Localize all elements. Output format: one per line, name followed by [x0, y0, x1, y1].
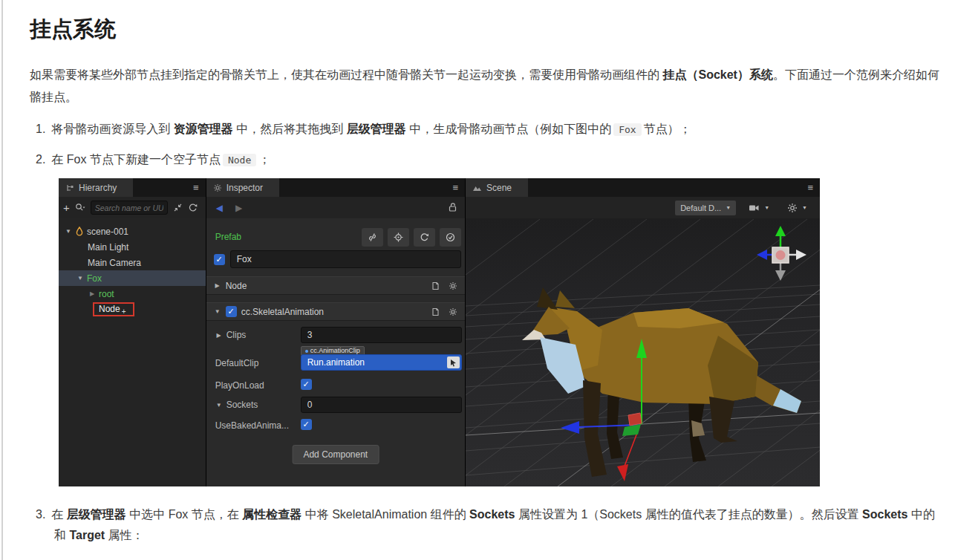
- playonload-checkbox[interactable]: ✓: [301, 379, 312, 390]
- item3-bold-inspector: 属性检查器: [242, 508, 302, 521]
- scene-node-icon: [75, 227, 84, 236]
- intro-paragraph: 如果需要将某些外部节点挂到指定的骨骼关节上，使其在动画过程中随骨骼关节一起运动变…: [30, 64, 939, 108]
- inline-code-fox: Fox: [613, 123, 641, 136]
- camera-menu-button[interactable]: ▼: [743, 201, 775, 215]
- refresh-icon[interactable]: [188, 203, 198, 212]
- chevron-down-icon: ▼: [764, 205, 769, 210]
- search-input[interactable]: [91, 201, 168, 215]
- scene-settings-button[interactable]: ▼: [782, 201, 812, 215]
- list-number: 2.: [36, 153, 45, 166]
- inspector-icon: [213, 183, 222, 192]
- chevron-down-icon: ▼: [802, 205, 807, 210]
- cursor-icon: [449, 359, 457, 367]
- tab-scene[interactable]: Scene: [466, 178, 528, 197]
- node-name-input[interactable]: [230, 250, 461, 268]
- docs-icon[interactable]: [431, 307, 440, 316]
- tab-hierarchy[interactable]: Hierarchy: [59, 178, 133, 197]
- drag-copy-plus-icon: +: [122, 307, 126, 316]
- item3-bold-target: Target: [69, 529, 105, 541]
- tree-node-node[interactable]: Node+: [59, 302, 206, 317]
- chevron-down-icon[interactable]: ▼: [214, 308, 221, 315]
- inspector-toolbar: ◀ ▶: [206, 197, 465, 218]
- intro-bold-socket: 挂点（Socket）系统: [662, 68, 772, 81]
- tree-node-label: Fox: [87, 273, 102, 284]
- section-node[interactable]: ▶ Node: [206, 276, 465, 295]
- item3-bold-sockets: Sockets: [469, 508, 515, 521]
- chevron-right-icon[interactable]: ▶: [215, 332, 223, 339]
- gear-icon[interactable]: [449, 281, 457, 290]
- prefab-apply-button[interactable]: [440, 228, 461, 247]
- asset-picker-button[interactable]: [447, 356, 460, 368]
- item3-text: 在: [51, 508, 66, 521]
- inline-code-node: Node: [223, 154, 256, 166]
- item1-bold-hierarchy: 层级管理器: [347, 123, 406, 135]
- tree-node-label: root: [99, 289, 114, 299]
- playonload-label: PlayOnLoad: [215, 380, 264, 391]
- item1-text-2: 中，然后将其拖拽到: [233, 123, 347, 135]
- section-node-label: Node: [226, 281, 247, 291]
- page-left-rule: [1, 0, 3, 560]
- hierarchy-menu-icon[interactable]: ≡: [193, 182, 199, 193]
- chevron-right-icon[interactable]: ▶: [214, 282, 221, 289]
- editor-screenshot: Hierarchy ≡ + ▼: [59, 178, 820, 486]
- scene-viewport[interactable]: [466, 218, 820, 486]
- list-number: 3.: [36, 508, 45, 521]
- inspector-body: Prefab: [206, 218, 465, 486]
- prefab-reset-button[interactable]: [414, 228, 435, 247]
- list-item-1: 1.将骨骼动画资源导入到 资源管理器 中，然后将其拖拽到 层级管理器 中，生成骨…: [36, 119, 691, 140]
- prefab-unlink-button[interactable]: [362, 228, 383, 247]
- chevron-right-icon[interactable]: ▶: [88, 290, 96, 297]
- tree-node-label: Node: [99, 304, 120, 314]
- item2-text: 在 Fox 节点下新建一个空子节点: [51, 153, 221, 166]
- tree-node-label: scene-001: [87, 227, 128, 237]
- list-number: 1.: [36, 123, 45, 135]
- tree-node-fox[interactable]: ▼ Fox: [59, 270, 206, 286]
- hierarchy-tree: ▼ scene-001 Main Light Main Camera ▼ Fox…: [59, 218, 206, 317]
- defaultclip-value-field[interactable]: Run.animation: [301, 354, 462, 371]
- prefab-locate-button[interactable]: [388, 228, 409, 247]
- tab-inspector[interactable]: Inspector: [206, 178, 279, 197]
- chevron-down-icon[interactable]: ▼: [76, 275, 84, 281]
- tree-node-main-camera[interactable]: Main Camera: [59, 255, 206, 270]
- docs-icon[interactable]: [431, 281, 440, 290]
- annotation-highlight-box: Node+: [93, 302, 134, 316]
- tree-node-root[interactable]: ▶ root: [59, 286, 206, 302]
- item1-text-4: 节点）；: [644, 123, 691, 135]
- chevron-down-icon[interactable]: ▼: [215, 402, 223, 408]
- history-forward-icon[interactable]: ▶: [235, 203, 242, 213]
- scene-toolbar: Default D... ▼ ▼ ▼: [466, 197, 820, 218]
- item3-text-4: 属性设置为 1（Sockets 属性的值代表了挂点的数量）。然后设置: [515, 508, 862, 521]
- add-component-button[interactable]: Add Component: [292, 445, 379, 464]
- chevron-down-icon[interactable]: ▼: [65, 228, 72, 235]
- search-filter-button[interactable]: [75, 203, 85, 212]
- intro-text-2: 。下面通过一个范例来介绍如何: [773, 68, 939, 81]
- item3-text-7: 属性：: [105, 529, 143, 541]
- view-mode-dropdown[interactable]: Default D... ▼: [675, 201, 736, 215]
- sockets-label[interactable]: ▼ Sockets: [215, 400, 258, 410]
- lock-icon[interactable]: [448, 202, 457, 215]
- history-back-icon[interactable]: ◀: [216, 203, 223, 213]
- item3-text-5: 中的: [907, 508, 934, 521]
- create-node-button[interactable]: +: [63, 202, 70, 213]
- item1-text-3: 中，生成骨骼动画节点（例如下图中的: [406, 123, 611, 135]
- clips-label[interactable]: ▶ Clips: [215, 330, 247, 340]
- scene-menu-icon[interactable]: ≡: [807, 182, 813, 193]
- page-title: 挂点系统: [30, 15, 116, 45]
- item3-text-2: 中选中 Fox 节点，在: [126, 508, 242, 521]
- tree-node-main-light[interactable]: Main Light: [59, 239, 206, 255]
- node-name-row: ✓: [214, 250, 461, 268]
- usebaked-checkbox[interactable]: ✓: [301, 419, 312, 430]
- node-active-checkbox[interactable]: ✓: [214, 254, 225, 265]
- sockets-value-field[interactable]: 0: [301, 397, 462, 413]
- hierarchy-toolbar: +: [59, 197, 206, 218]
- documentation-page: 挂点系统 如果需要将某些外部节点挂到指定的骨骼关节上，使其在动画过程中随骨骼关节…: [0, 0, 955, 560]
- clips-value-field[interactable]: 3: [301, 327, 462, 343]
- gizmo-cube-handle[interactable]: [628, 413, 642, 426]
- section-skeletal-animation[interactable]: ▼ ✓ cc.SkeletalAnimation: [206, 302, 465, 321]
- inspector-menu-icon[interactable]: ≡: [452, 182, 458, 193]
- gear-icon: [787, 203, 798, 213]
- tree-node-scene[interactable]: ▼ scene-001: [59, 224, 206, 239]
- collapse-all-icon[interactable]: [173, 203, 183, 212]
- component-enabled-checkbox[interactable]: ✓: [226, 306, 237, 317]
- gear-icon[interactable]: [449, 307, 457, 316]
